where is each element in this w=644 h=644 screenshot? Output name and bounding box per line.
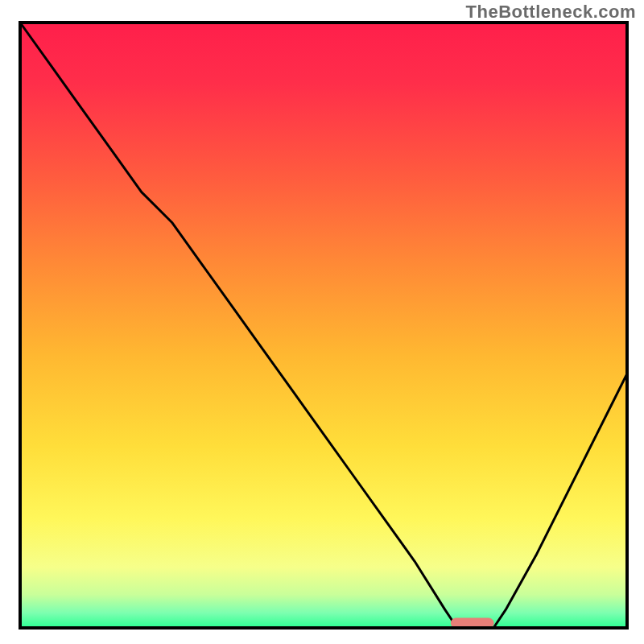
plot-background	[20, 23, 627, 628]
watermark-text: TheBottleneck.com	[466, 2, 636, 23]
bottleneck-chart	[0, 0, 644, 644]
